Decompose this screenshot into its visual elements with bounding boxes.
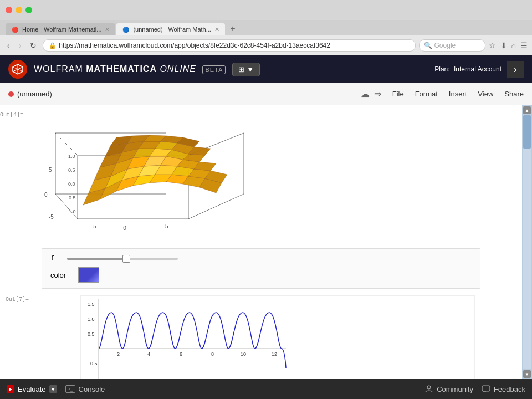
svg-text:0.0: 0.0 [68,181,75,187]
notebook-area: Out[4]= [0,105,522,379]
cell-out7: Out[7]= 1.5 1.0 0.5 -0.5 2 [0,293,522,379]
scrollbar-thumb[interactable] [523,115,531,149]
maximize-button[interactable] [25,7,32,13]
plot-2d-container: 1.5 1.0 0.5 -0.5 2 4 6 8 10 [80,295,475,379]
url-text: https://mathematica.wolframcloud.com/app… [59,42,409,49]
tab-home-favicon: 🔴 [11,25,19,33]
search-icon: 🔍 [424,42,432,49]
home-icon[interactable]: ⌂ [511,41,516,50]
community-label: Community [437,385,473,393]
plan-info: Plan: Internal Account [434,65,502,73]
kernel-icon[interactable]: ⇒ [374,89,381,99]
url-bar[interactable]: 🔒 https://mathematica.wolframcloud.com/a… [43,39,415,52]
plot-2d-svg: 1.5 1.0 0.5 -0.5 2 4 6 8 10 [81,296,291,379]
evaluate-label: Evaluate [18,385,46,393]
menu-icon[interactable]: ☰ [520,41,528,50]
tab-home-close[interactable]: ✕ [105,26,110,33]
search-placeholder: Google [434,42,456,49]
slider-thumb[interactable] [122,255,130,263]
svg-text:-5: -5 [49,214,54,220]
bookmark-icon[interactable]: ☆ [489,41,496,50]
svg-text:6: 6 [180,351,182,357]
slider-fill [67,258,128,260]
view-mode-button[interactable]: ⊞ ▼ [232,63,260,76]
forward-button[interactable]: › [16,40,24,51]
cell-out4: Out[4]= [0,105,522,244]
nav-icons: ☆ ⬇ ⌂ ☰ [489,41,528,50]
tab-notebook-favicon: 🔵 [122,25,130,33]
format-menu[interactable]: Format [415,90,438,98]
svg-text:1.0: 1.0 [68,154,75,159]
svg-point-79 [427,386,431,389]
svg-text:12: 12 [272,351,277,357]
svg-text:-1.0: -1.0 [67,209,76,214]
svg-text:4: 4 [147,351,150,357]
app-title-prefix: WOLFRAM [34,64,86,74]
slider-track[interactable] [67,258,178,260]
notebook-name: (unnamed) [8,90,52,98]
right-scrollbar[interactable]: ▲ ▼ [522,105,532,379]
evaluate-button[interactable]: ▶ Evaluate ▼ [7,385,57,393]
minimize-button[interactable] [16,7,22,13]
svg-text:-5: -5 [91,223,96,229]
file-menu[interactable]: File [392,90,404,98]
main-area: Out[4]= [0,105,532,379]
notebook-toolbar: (unnamed) ☁ ⇒ File Format Insert View Sh… [0,83,532,105]
svg-line-6 [188,194,244,219]
plot-3d-svg: 0 -5 5 0 5 -5 1.0 0.5 0.0 -0.5 -1.0 [33,111,266,238]
color-row: color [50,267,472,283]
back-button[interactable]: ‹ [4,40,13,51]
nav-bar: ‹ › ↻ 🔒 https://mathematica.wolframcloud… [0,35,532,55]
color-swatch[interactable] [78,267,99,283]
toolbar-menu: File Format Insert View Share [392,90,524,98]
tab-notebook-close[interactable]: ✕ [214,26,219,33]
close-button[interactable] [6,7,12,13]
bottom-bar: ▶ Evaluate ▼ >_ Console Community Feedba… [0,379,532,399]
title-bar [0,0,532,20]
svg-text:5: 5 [165,223,168,229]
scrollbar-down[interactable]: ▼ [523,370,531,378]
svg-text:8: 8 [211,351,214,357]
feedback-icon [482,385,490,393]
out4-content: 0 -5 5 0 5 -5 1.0 0.5 0.0 -0.5 -1.0 [33,111,522,238]
view-mode-arrow: ▼ [247,65,254,74]
wolfram-logo [8,60,27,79]
svg-text:2: 2 [117,351,120,357]
scrollbar-up[interactable]: ▲ [523,106,531,114]
svg-text:-0.5: -0.5 [89,361,98,366]
search-bar[interactable]: 🔍 Google [419,39,485,52]
download-icon[interactable]: ⬇ [500,41,507,50]
unsaved-indicator [8,91,14,97]
cloud-save-icon[interactable]: ☁ [361,89,370,99]
app-title-main: MATHEMATICA [86,64,157,74]
slider-row: f [50,254,472,263]
scrollbar-track[interactable] [523,115,531,369]
toolbar-icons: ☁ ⇒ [361,89,381,99]
svg-text:1.5: 1.5 [88,301,95,307]
evaluate-arrow-icon[interactable]: ▼ [49,385,57,393]
out4-label: Out[4]= [0,111,33,118]
tab-notebook[interactable]: 🔵 (unnamed) - Wolfram Math... ✕ [116,23,224,35]
reload-button[interactable]: ↻ [27,40,39,51]
svg-text:5: 5 [49,167,52,173]
manipulate-box: f color [42,248,480,289]
feedback-button[interactable]: Feedback [482,385,525,393]
new-tab-button[interactable]: + [226,22,239,35]
svg-text:0: 0 [123,225,126,231]
tabs-bar: 🔴 Home - Wolfram Mathemati... ✕ 🔵 (unnam… [0,20,532,35]
ssl-icon: 🔒 [49,42,57,49]
sidebar-toggle-button[interactable]: › [507,61,524,78]
insert-menu[interactable]: Insert [449,90,467,98]
console-icon: >_ [65,385,75,393]
community-button[interactable]: Community [424,385,473,393]
slider-f-label: f [50,254,62,263]
svg-text:0.5: 0.5 [88,331,95,337]
console-button[interactable]: >_ Console [65,385,105,393]
tab-home[interactable]: 🔴 Home - Wolfram Mathemati... ✕ [6,23,115,35]
plan-label: Plan: [434,65,449,73]
evaluate-play-icon: ▶ [7,385,14,393]
beta-label: BETA [202,65,226,74]
svg-line-13 [55,133,78,155]
share-menu[interactable]: Share [504,90,524,98]
view-menu[interactable]: View [478,90,493,98]
